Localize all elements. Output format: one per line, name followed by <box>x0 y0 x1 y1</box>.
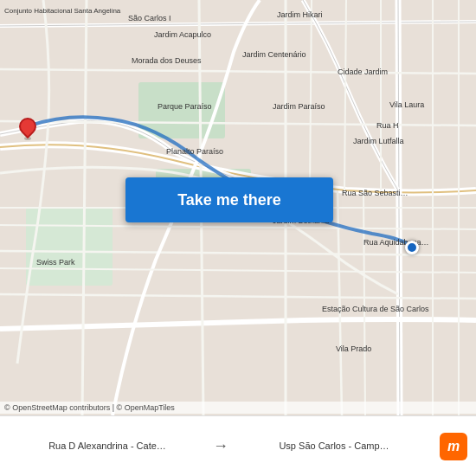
direction-arrow: → <box>206 437 235 455</box>
origin-marker <box>19 118 36 140</box>
osm-attribution: © OpenStreetMap contributors | © OpenMap… <box>0 402 476 414</box>
moovit-logo: m <box>440 433 467 460</box>
from-location: Rua D Alexandrina - Cate… <box>9 440 206 452</box>
take-me-there-button[interactable]: Take me there <box>125 177 333 222</box>
destination-marker <box>405 241 419 254</box>
moovit-logo-icon: m <box>440 433 467 460</box>
bottom-bar: Rua D Alexandrina - Cate… → Usp São Carl… <box>0 415 476 476</box>
map-container: Conjunto Habitacional Santa Angelina São… <box>0 0 476 415</box>
to-location: Usp São Carlos - Camp… <box>235 440 433 452</box>
